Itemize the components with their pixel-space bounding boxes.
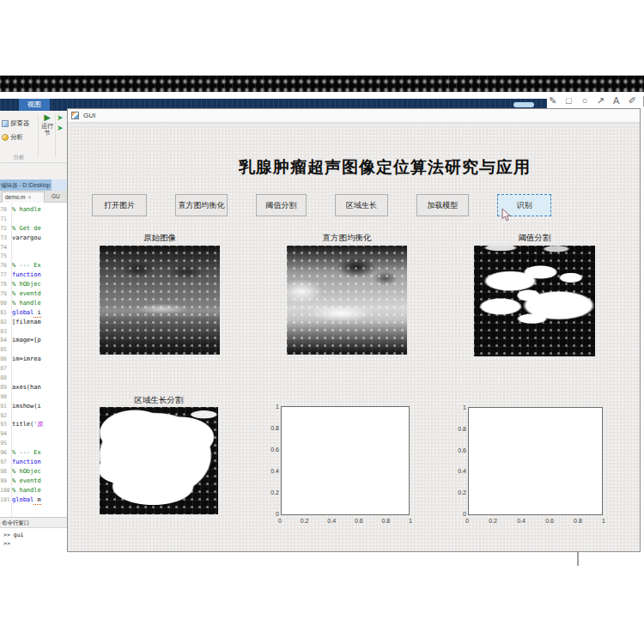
code-line: 82 [filenam — [0, 318, 67, 327]
button-threshold-segmentation[interactable]: 阈值分割 — [256, 194, 307, 216]
line-number: 74 — [0, 243, 9, 252]
figure-icon — [71, 112, 79, 119]
code-text: % handle — [9, 486, 41, 495]
run-advance-icon: ➤ — [57, 114, 64, 122]
button-open-image[interactable]: 打开图片 — [92, 194, 147, 216]
code-text: title( — [9, 420, 33, 429]
x-tick-label: 1 — [409, 518, 412, 525]
command-line: >> gui — [3, 531, 67, 539]
code-line: 90 — [0, 392, 67, 402]
y-tick-label: 0.6 — [266, 447, 279, 453]
code-line: 91 imshow(i — [0, 402, 67, 411]
code-text-2: '原 — [33, 420, 43, 429]
y-tick-label: 1 — [266, 404, 279, 410]
code-text: % hObjec — [9, 280, 41, 289]
app-heading: 乳腺肿瘤超声图像定位算法研究与应用 — [68, 156, 640, 179]
code-text — [9, 327, 12, 337]
strip-highlight — [513, 102, 534, 107]
gui-title-bar[interactable]: GUI — [68, 109, 640, 123]
y-tick-label: 0 — [266, 511, 279, 518]
threshold-segmented-image — [474, 246, 595, 356]
gui-figure-window: GUI 乳腺肿瘤超声图像定位算法研究与应用 打开图片 直方图均衡化 阈值分割 区… — [67, 108, 641, 552]
button-load-model[interactable]: 加载模型 — [416, 194, 469, 216]
line-number: 95 — [0, 439, 9, 448]
text-icon[interactable]: A — [611, 94, 622, 107]
x-tick-label: 0 — [465, 518, 469, 525]
profiler-button[interactable]: 探查器 — [2, 119, 30, 128]
run-advance-icon: ➤ — [57, 125, 64, 132]
run-advance-buttons[interactable]: ➤ ➤ — [57, 114, 64, 132]
command-window[interactable]: >> gui >> — [0, 528, 67, 565]
panel-title-original: 原始图像 — [100, 233, 220, 243]
ribbon-separator — [55, 114, 56, 157]
ribbon-tab-view[interactable]: 视图 — [19, 99, 50, 111]
line-number: 80 — [0, 299, 9, 308]
histogram-equalized-image — [287, 246, 407, 355]
run-section-button[interactable]: ▶ 运行 节 — [39, 112, 55, 137]
line-number: 84 — [0, 336, 9, 345]
profiler-label: 探查器 — [10, 119, 30, 128]
code-line: 92 — [0, 411, 67, 421]
line-number: 78 — [0, 280, 9, 289]
y-tick-label: 0.4 — [266, 468, 279, 475]
line-number: 86 — [0, 355, 9, 364]
marker-icon[interactable]: ✐ — [628, 94, 638, 107]
code-line: 95 — [0, 439, 67, 448]
editor-title-bar[interactable]: 编辑器 - D:\Desktop — [0, 179, 67, 191]
code-line: 81 global i — [0, 308, 67, 318]
annotation-toolbar: ✎ □ ○ ↗ A ✐ — [548, 94, 644, 108]
code-text — [9, 215, 12, 224]
line-number: 93 — [0, 420, 9, 429]
code-text — [9, 439, 12, 448]
code-text — [9, 411, 12, 421]
y-tick-label: 0.2 — [453, 489, 466, 496]
line-number: 88 — [0, 374, 9, 383]
rectangle-icon[interactable]: □ — [564, 94, 574, 107]
arrow-icon[interactable]: ↗ — [596, 94, 606, 107]
code-text-2: i — [33, 308, 40, 318]
empty-axes-1: 10.80.60.40.20 00.20.40.60.81 — [281, 406, 410, 515]
code-line: 73 varargou — [0, 234, 67, 243]
code-line: 75 — [0, 252, 67, 261]
code-text — [9, 345, 12, 355]
code-line: 71 — [0, 215, 67, 224]
window-edge-line — [577, 552, 579, 566]
button-region-growing[interactable]: 区域生长 — [335, 194, 388, 216]
code-line: 89 axes(han — [0, 383, 67, 392]
button-row: 打开图片 直方图均衡化 阈值分割 区域生长 加载模型 识别 — [92, 194, 551, 217]
x-tick-label: 0.8 — [574, 518, 582, 525]
command-line: >> — [3, 539, 67, 548]
code-line: 93 title( '原 — [0, 420, 67, 429]
code-text: global — [9, 308, 33, 318]
panel-title-threshold: 阈值分割 — [474, 233, 595, 243]
line-number: 91 — [0, 402, 9, 411]
command-window-header[interactable]: 命令行窗口 — [0, 517, 67, 528]
line-number: 83 — [0, 327, 9, 337]
code-line: 88 — [0, 374, 67, 383]
panel-title-region-growing: 区域生长分割 — [100, 395, 218, 405]
code-text: varargou — [9, 234, 41, 243]
line-number: 82 — [0, 318, 9, 327]
button-histogram-equalization[interactable]: 直方图均衡化 — [175, 194, 228, 216]
code-editor[interactable]: 70 % handle 71 72 % Get de 73 — [0, 203, 67, 517]
code-text — [9, 252, 12, 261]
mouse-cursor — [501, 209, 511, 222]
pencil-icon[interactable]: ✎ — [548, 94, 558, 107]
x-axis-ticks: 00.20.40.60.81 — [465, 518, 605, 525]
tab-gui[interactable]: GU — [48, 191, 67, 203]
line-number: 87 — [0, 364, 9, 374]
line-number: 71 — [0, 215, 9, 224]
analyze-button[interactable]: 分析 — [2, 133, 23, 142]
y-tick-label: 0.8 — [266, 425, 279, 432]
code-text: % handle — [9, 299, 41, 308]
tab-demo-m[interactable]: demo.m× — [2, 191, 45, 203]
line-number: 76 — [0, 261, 9, 270]
line-number: 70 — [0, 205, 9, 215]
code-line: 74 — [0, 243, 67, 252]
tab-close-icon[interactable]: × — [25, 194, 31, 200]
ellipse-icon[interactable]: ○ — [580, 94, 590, 107]
code-line: 70 % handle — [0, 205, 67, 215]
analyze-label: 分析 — [10, 133, 23, 142]
x-tick-label: 0.4 — [327, 518, 336, 525]
region-growing-image — [100, 407, 218, 514]
